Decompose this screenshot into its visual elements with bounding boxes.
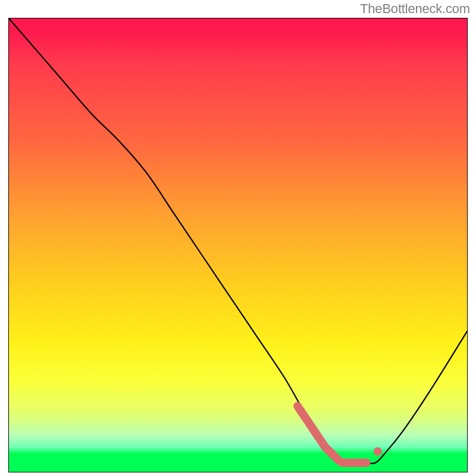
low-band-segment-path bbox=[298, 406, 367, 463]
curve-layer bbox=[9, 18, 467, 472]
low-band-dot bbox=[374, 447, 382, 456]
main-curve-path bbox=[9, 18, 467, 464]
plot-frame bbox=[8, 18, 468, 472]
chart-stage: TheBottleneck.com bbox=[0, 0, 476, 476]
watermark-text: TheBottleneck.com bbox=[360, 1, 470, 17]
